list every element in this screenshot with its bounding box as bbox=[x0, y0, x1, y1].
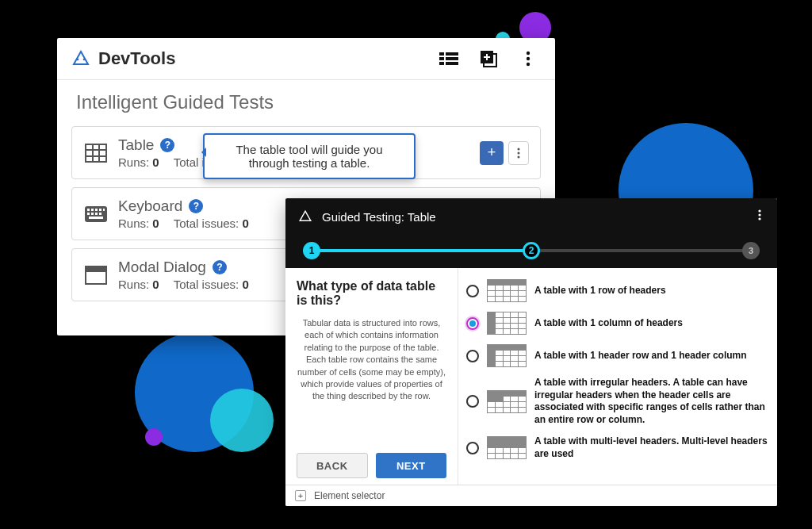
card-menu-button[interactable] bbox=[508, 141, 529, 165]
step-2[interactable]: 2 bbox=[523, 242, 540, 259]
svg-rect-23 bbox=[91, 209, 94, 211]
option-label: A table with 1 column of headers bbox=[534, 317, 683, 330]
option-label: A table with 1 header row and 1 header c… bbox=[534, 350, 747, 362]
add-panel-button[interactable] bbox=[476, 46, 501, 71]
decor-circle bbox=[145, 428, 163, 446]
help-icon[interactable]: ? bbox=[160, 138, 174, 152]
add-run-button[interactable]: + bbox=[480, 141, 504, 165]
svg-point-10 bbox=[527, 52, 530, 55]
axe-logo-icon bbox=[298, 209, 312, 224]
guided-title: Guided Testing: Table bbox=[322, 210, 436, 224]
help-icon[interactable]: ? bbox=[189, 199, 203, 213]
help-icon[interactable]: ? bbox=[213, 260, 227, 274]
svg-point-18 bbox=[518, 148, 520, 150]
svg-point-34 bbox=[758, 209, 760, 212]
next-button[interactable]: NEXT bbox=[376, 453, 447, 478]
svg-rect-31 bbox=[89, 217, 103, 219]
radio-button[interactable] bbox=[466, 395, 479, 408]
radio-button[interactable] bbox=[466, 317, 479, 330]
option-label: A table with 1 row of headers bbox=[534, 285, 666, 297]
element-selector-label: Element selector bbox=[314, 490, 385, 501]
plus-icon: + bbox=[295, 490, 306, 501]
axe-logo-icon bbox=[71, 49, 90, 68]
decor-circle bbox=[210, 389, 274, 452]
table-type-option[interactable]: A table with 1 header row and 1 header c… bbox=[466, 339, 768, 372]
progress-fill bbox=[306, 249, 531, 252]
table-help-tooltip: The table tool will guide you through te… bbox=[203, 133, 416, 179]
table-type-option[interactable]: A table with 1 row of headers bbox=[466, 274, 768, 307]
svg-rect-28 bbox=[91, 213, 94, 215]
radio-button[interactable] bbox=[466, 442, 479, 454]
table-type-option[interactable]: A table with irregular headers. A table … bbox=[466, 372, 768, 431]
svg-rect-22 bbox=[87, 209, 90, 211]
test-title: Table bbox=[118, 136, 154, 154]
radio-button[interactable] bbox=[466, 350, 479, 362]
table-type-option[interactable]: A table with 1 column of headers bbox=[466, 307, 768, 339]
devtools-title: DevTools bbox=[98, 48, 175, 69]
svg-point-0 bbox=[77, 59, 79, 61]
guided-header: Guided Testing: Table bbox=[285, 198, 777, 235]
guided-left-pane: What type of data table is this? Tabular… bbox=[285, 268, 458, 485]
svg-rect-25 bbox=[99, 209, 102, 211]
svg-point-1 bbox=[83, 59, 86, 61]
guided-menu-button[interactable] bbox=[755, 206, 764, 227]
keyboard-icon bbox=[83, 203, 109, 225]
step-3: 3 bbox=[742, 242, 760, 259]
svg-rect-13 bbox=[86, 144, 106, 162]
svg-rect-2 bbox=[439, 52, 444, 56]
svg-rect-5 bbox=[446, 57, 458, 60]
test-title: Modal Dialog bbox=[118, 259, 206, 276]
svg-rect-24 bbox=[95, 209, 98, 211]
runs-stat: Runs: 0 bbox=[118, 155, 159, 169]
header-menu-button[interactable] bbox=[515, 46, 541, 71]
guided-options-list: A table with 1 row of headersA table wit… bbox=[458, 268, 777, 485]
runs-stat: Runs: 0 bbox=[118, 278, 159, 291]
svg-rect-26 bbox=[103, 209, 105, 211]
svg-point-19 bbox=[518, 151, 520, 154]
svg-point-36 bbox=[758, 217, 760, 220]
back-button[interactable]: BACK bbox=[297, 453, 368, 478]
test-title: Keyboard bbox=[118, 197, 182, 215]
add-panel-icon bbox=[479, 49, 498, 68]
table-icon bbox=[83, 142, 109, 164]
modal-dialog-icon bbox=[83, 264, 109, 286]
kebab-icon bbox=[526, 51, 530, 67]
section-title: Intelligent Guided Tests bbox=[57, 80, 555, 118]
svg-rect-3 bbox=[446, 52, 458, 56]
step-1[interactable]: 1 bbox=[303, 242, 320, 259]
svg-point-12 bbox=[527, 63, 530, 66]
svg-point-20 bbox=[518, 155, 520, 158]
issues-stat: Total issues: 0 bbox=[174, 217, 249, 230]
runs-stat: Runs: 0 bbox=[118, 217, 159, 230]
kebab-icon bbox=[758, 209, 761, 220]
option-label: A table with multi-level headers. Multi-… bbox=[534, 435, 768, 460]
guided-panel: Guided Testing: Table 1 2 3 What type of… bbox=[285, 198, 777, 506]
guided-question: What type of data table is this? bbox=[297, 279, 446, 308]
svg-rect-7 bbox=[446, 62, 458, 65]
guided-description: Tabular data is structured into rows, ea… bbox=[297, 317, 446, 403]
list-view-button[interactable] bbox=[436, 46, 462, 71]
element-selector-bar[interactable]: + Element selector bbox=[285, 485, 777, 506]
svg-point-35 bbox=[758, 213, 760, 216]
svg-rect-6 bbox=[439, 62, 444, 65]
svg-rect-4 bbox=[439, 57, 444, 60]
devtools-header: DevTools bbox=[57, 38, 555, 80]
list-icon bbox=[439, 51, 458, 67]
svg-point-11 bbox=[527, 57, 530, 60]
table-type-option[interactable]: A table with multi-level headers. Multi-… bbox=[466, 431, 768, 465]
svg-rect-30 bbox=[99, 213, 102, 215]
guided-progress: 1 2 3 bbox=[285, 235, 777, 268]
radio-button[interactable] bbox=[466, 285, 479, 297]
svg-rect-29 bbox=[95, 213, 98, 215]
svg-rect-33 bbox=[86, 266, 106, 272]
option-label: A table with irregular headers. A table … bbox=[534, 377, 768, 426]
issues-stat: Total issues: 0 bbox=[174, 278, 249, 291]
svg-rect-27 bbox=[87, 213, 90, 215]
